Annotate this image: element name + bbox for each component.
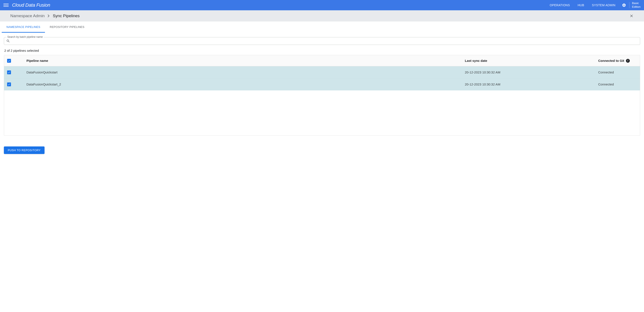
table-row[interactable]: DataFusionQuickstart 20-12-2023 10:30:32…	[4, 66, 640, 78]
git-status-cell: Connected	[598, 82, 637, 86]
nav-hub[interactable]: HUB	[574, 3, 588, 7]
product-name: Cloud Data Fusion	[12, 2, 50, 8]
pipelines-table: Pipeline name Last sync date Connected t…	[4, 55, 640, 136]
selection-count: 2 of 2 pipelines selected	[4, 49, 640, 52]
row-checkbox[interactable]	[7, 82, 11, 86]
table-row[interactable]: DataFusionQuickstart_2 20-12-2023 10:30:…	[4, 78, 640, 90]
close-icon[interactable]	[629, 14, 634, 18]
header-pipeline-name: Pipeline name	[26, 59, 465, 62]
settings-icon[interactable]	[622, 3, 626, 7]
chevron-right-icon	[48, 14, 50, 17]
search-icon	[6, 39, 10, 43]
search-input[interactable]	[10, 39, 638, 43]
breadcrumb-root[interactable]: Namespace Admin	[10, 13, 44, 18]
app-header: Cloud Data Fusion OPERATIONS HUB SYSTEM …	[0, 0, 644, 10]
header-last-sync: Last sync date	[465, 59, 598, 62]
table-header: Pipeline name Last sync date Connected t…	[4, 55, 640, 66]
breadcrumb-bar: Namespace Admin Sync Pipelines	[0, 10, 644, 21]
sync-date-cell: 20-12-2023 10:30:32 AM	[465, 70, 598, 74]
tabs: NAMESPACE PIPELINES REPOSITORY PIPELINES	[0, 21, 644, 33]
edition-label: Basic Edition	[631, 1, 640, 9]
nav-operations[interactable]: OPERATIONS	[546, 3, 574, 7]
select-all-checkbox[interactable]	[7, 59, 11, 63]
nav-system-admin[interactable]: SYSTEM ADMIN	[588, 3, 619, 7]
tab-repository-pipelines[interactable]: REPOSITORY PIPELINES	[45, 21, 89, 33]
git-status-cell: Connected	[598, 70, 637, 74]
breadcrumb-current: Sync Pipelines	[53, 13, 80, 18]
push-to-repository-button[interactable]: PUSH TO REPOSITORY	[4, 147, 44, 154]
search-box[interactable]	[4, 37, 640, 45]
row-checkbox[interactable]	[7, 70, 11, 74]
hamburger-menu-icon[interactable]	[4, 2, 8, 8]
search-wrapper: Search by batch pipeline name	[4, 37, 640, 45]
pipeline-name-cell: DataFusionQuickstart_2	[26, 82, 465, 86]
header-connected-git: Connected to Git	[598, 59, 624, 62]
info-icon[interactable]: i	[626, 59, 630, 63]
sync-date-cell: 20-12-2023 10:30:32 AM	[465, 82, 598, 86]
pipeline-name-cell: DataFusionQuickstart	[26, 70, 465, 74]
search-label: Search by batch pipeline name	[6, 35, 44, 38]
tab-namespace-pipelines[interactable]: NAMESPACE PIPELINES	[2, 21, 45, 33]
